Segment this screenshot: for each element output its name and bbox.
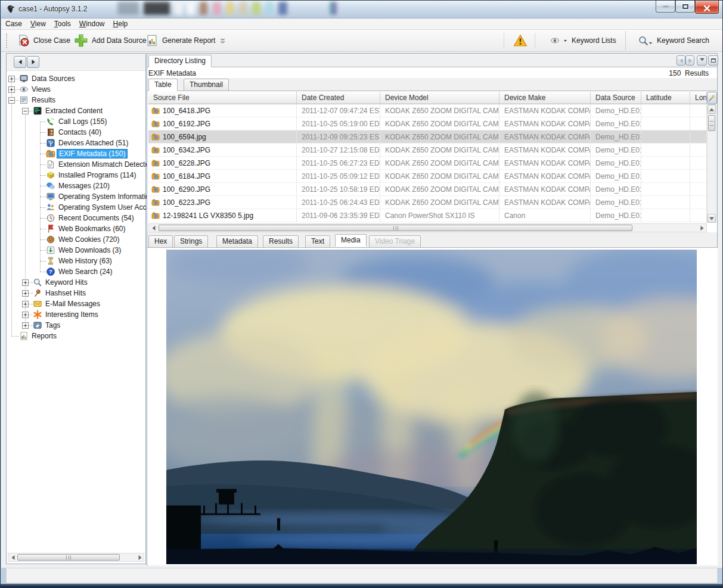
expand-icon[interactable] (22, 312, 29, 318)
sidebar-item-extension-mismatch-detected[interactable]: Extension Mismatch Detected ( (7, 159, 145, 170)
sidebar-item-operating-system-user-accoun[interactable]: Operating System User Accoun (7, 202, 145, 213)
sidebar-item-label[interactable]: Views (30, 85, 52, 94)
maximize-panel-button[interactable] (708, 55, 718, 66)
sidebar-item-label[interactable]: Tags (44, 321, 62, 330)
keyword-lists-button[interactable]: Keyword Lists (545, 32, 620, 49)
sidebar-item-label[interactable]: Data Sources (30, 74, 77, 83)
sidebar-item-label[interactable]: Operating System User Accoun (57, 203, 160, 212)
sidebar-item-results[interactable]: Results (7, 95, 145, 105)
table-row[interactable]: 100_6594.jpg2011-12-09 09:25:23 ESTKODAK… (148, 130, 707, 144)
tab-metadata[interactable]: Metadata (216, 235, 258, 248)
expand-icon[interactable] (22, 301, 29, 307)
table-horizontal-scrollbar[interactable] (148, 223, 707, 232)
column-header-date-created[interactable]: Date Created (297, 92, 380, 104)
sidebar-item-recent-documents-54[interactable]: Recent Documents (54) (7, 213, 145, 223)
column-header-data-source[interactable]: Data Source (591, 92, 641, 104)
sidebar-item-label[interactable]: E-Mail Messages (44, 299, 102, 309)
sidebar-item-exif-metadata-150[interactable]: EXIF Metadata (150) (7, 148, 145, 159)
expand-icon[interactable] (22, 290, 29, 297)
close-button[interactable] (695, 1, 719, 14)
sidebar-item-web-downloads-3[interactable]: Web Downloads (3) (7, 245, 145, 256)
table-row[interactable]: 100_6192.JPG2011-10-25 05:19:00 EDTKODAK… (148, 117, 707, 130)
tab-text[interactable]: Text (305, 235, 330, 248)
column-header-device-model[interactable]: Device Model (380, 92, 499, 104)
sidebar-item-label[interactable]: Keyword Hits (44, 278, 89, 287)
menu-tools[interactable]: Tools (50, 18, 75, 30)
sidebar-item-interesting-items[interactable]: Interesting Items (7, 309, 145, 320)
tab-directory-listing[interactable]: Directory Listing (148, 55, 212, 67)
sidebar-item-tags[interactable]: Tags (7, 320, 145, 331)
tree-scrollbar-thumb[interactable] (17, 554, 120, 561)
sidebar-item-label[interactable]: Messages (210) (57, 181, 111, 191)
menu-help[interactable]: Help (109, 18, 132, 30)
column-header-device-make[interactable]: Device Make (499, 92, 591, 104)
sidebar-item-label[interactable]: Recent Documents (54) (57, 213, 136, 223)
tab-table[interactable]: Table (148, 79, 178, 91)
close-case-button[interactable]: Close Case (13, 32, 74, 49)
sidebar-item-label[interactable]: Devices Attached (51) (57, 138, 130, 148)
expand-icon[interactable] (22, 322, 29, 329)
sidebar-item-label[interactable]: Extension Mismatch Detected ( (57, 160, 159, 169)
sidebar-item-hashset-hits[interactable]: Hashset Hits (7, 288, 145, 298)
table-row[interactable]: 100_6290.JPG2011-10-25 10:58:19 EDTKODAK… (148, 183, 707, 196)
table-row[interactable]: 100_6342.JPG2011-10-27 12:15:08 EDTKODAK… (148, 144, 707, 157)
sidebar-item-label[interactable]: Web Search (24) (57, 267, 114, 276)
customize-columns-button[interactable] (707, 92, 717, 104)
scroll-tabs-right-button[interactable] (685, 55, 694, 66)
sidebar-item-views[interactable]: Views (7, 84, 145, 95)
sidebar-item-label[interactable]: Reports (30, 331, 58, 341)
menu-window[interactable]: Window (75, 18, 109, 30)
tab-thumbnail[interactable]: Thumbnail (184, 79, 229, 91)
sidebar-item-web-history-63[interactable]: Web History (63) (7, 256, 145, 266)
sidebar-item-keyword-hits[interactable]: Keyword Hits (7, 277, 145, 288)
sidebar-item-label[interactable]: Web Bookmarks (60) (57, 224, 127, 234)
sidebar-item-label[interactable]: Results (30, 95, 57, 105)
sidebar-item-label[interactable]: Call Logs (155) (57, 117, 108, 126)
tab-list-dropdown-button[interactable] (697, 55, 707, 66)
table-hscrollbar-thumb[interactable] (159, 225, 632, 231)
column-header-source-file[interactable]: Source File (148, 92, 297, 104)
table-row[interactable]: 100_6228.JPG2011-10-25 06:27:23 EDTKODAK… (148, 157, 707, 170)
sidebar-item-label[interactable]: Extracted Content (44, 106, 104, 116)
sidebar-item-label[interactable]: Web Downloads (3) (57, 245, 123, 255)
sidebar-item-web-cookies-720[interactable]: Web Cookies (720) (7, 234, 145, 245)
table-vscrollbar-thumb[interactable] (708, 115, 715, 131)
scroll-down-button[interactable] (708, 214, 716, 223)
sidebar-item-operating-system-information[interactable]: Operating System Information (7, 191, 145, 202)
forward-button[interactable] (27, 56, 39, 68)
keyword-search-button[interactable]: Keyword Search (634, 32, 713, 49)
sidebar-item-label[interactable]: Web History (63) (57, 256, 114, 266)
sidebar-item-data-sources[interactable]: Data Sources (7, 73, 145, 84)
scroll-tabs-left-button[interactable] (677, 55, 685, 66)
add-data-source-button[interactable]: Add Data Source (70, 32, 150, 49)
tab-strings[interactable]: Strings (174, 235, 208, 248)
sidebar-item-web-bookmarks-60[interactable]: Web Bookmarks (60) (7, 223, 145, 234)
sidebar-item-call-logs-155[interactable]: Call Logs (155) (7, 116, 145, 127)
sidebar-item-label[interactable]: Interesting Items (44, 310, 100, 319)
sidebar-item-label[interactable]: Contacts (40) (57, 127, 103, 137)
expand-icon[interactable] (8, 86, 15, 93)
expand-icon[interactable] (8, 76, 15, 82)
sidebar-item-contacts-40[interactable]: Contacts (40) (7, 127, 145, 138)
maximize-button[interactable] (675, 1, 695, 13)
sidebar-item-label[interactable]: Operating System Information (57, 192, 155, 201)
table-row[interactable]: 100_6184.JPG2011-10-25 05:09:12 EDTKODAK… (148, 170, 707, 183)
tab-results[interactable]: Results (263, 235, 299, 248)
sidebar-item-label[interactable]: Web Cookies (720) (57, 235, 122, 244)
table-row[interactable]: 12-198241 LG VX8350 5.jpg2011-09-06 23:3… (148, 209, 707, 222)
tab-media[interactable]: Media (335, 234, 367, 247)
column-header-lon[interactable]: Lon (690, 92, 707, 104)
sidebar-item-e-mail-messages[interactable]: E-Mail Messages (7, 298, 145, 309)
title-bar[interactable]: case1 - Autopsy 3.1.2 (1, 1, 723, 18)
back-button[interactable] (14, 56, 26, 68)
sidebar-item-devices-attached-51[interactable]: Devices Attached (51) (7, 138, 145, 148)
table-row[interactable]: 100_6418.JPG2011-12-07 09:47:24 ESTKODAK… (148, 104, 707, 117)
collapse-icon[interactable] (8, 97, 15, 104)
sidebar-item-label[interactable]: EXIF Metadata (150) (57, 149, 128, 158)
sidebar-item-installed-programs-114[interactable]: Installed Programs (114) (7, 170, 145, 181)
sidebar-item-reports[interactable]: Reports (7, 331, 145, 341)
sidebar-item-web-search-24[interactable]: ?Web Search (24) (7, 266, 145, 277)
column-header-latitude[interactable]: Latitude (641, 92, 690, 104)
sidebar-item-label[interactable]: Hashset Hits (44, 288, 88, 298)
generate-report-button[interactable]: Generate Report (142, 32, 230, 49)
